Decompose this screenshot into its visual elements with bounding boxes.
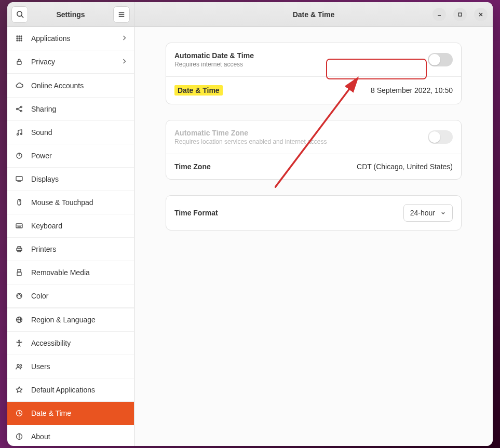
toggle-knob	[429, 54, 440, 65]
sidebar-title: Settings	[28, 10, 113, 19]
time-format-value: 24-hour	[410, 209, 435, 217]
date-time-label: Date & Time	[174, 85, 223, 96]
svg-point-20	[17, 134, 19, 135]
maximize-icon	[457, 12, 463, 17]
cloud-icon	[15, 82, 24, 90]
auto-time-zone-sub: Requires location services enabled and i…	[174, 138, 327, 145]
sidebar-item-displays[interactable]: Displays	[7, 168, 134, 191]
sidebar-item-label: Sharing	[31, 105, 127, 113]
svg-marker-50	[16, 387, 22, 392]
sidebar-item-label: Date & Time	[31, 409, 127, 417]
window-controls	[433, 8, 488, 21]
maximize-button[interactable]	[453, 8, 467, 21]
svg-point-49	[20, 364, 21, 366]
auto-time-zone-row: Automatic Time Zone Requires location se…	[166, 120, 461, 154]
svg-rect-38	[18, 269, 21, 272]
auto-date-time-toggle[interactable]	[428, 53, 453, 66]
auto-date-time-label: Automatic Date & Time	[174, 51, 254, 60]
sidebar-item-default-applications[interactable]: Default Applications	[7, 378, 134, 402]
mouse-icon	[15, 198, 24, 207]
auto-time-zone-label: Automatic Time Zone	[174, 129, 327, 137]
sidebar-header: Settings	[7, 2, 134, 27]
date-time-row[interactable]: Date & Time 8 September 2022, 10:50	[166, 76, 461, 104]
svg-point-8	[17, 38, 18, 39]
auto-date-time-row: Automatic Date & Time Requires internet …	[166, 43, 461, 76]
svg-point-0	[17, 11, 21, 16]
toggle-knob	[429, 131, 440, 143]
chevron-down-icon	[440, 210, 446, 216]
sidebar-item-privacy[interactable]: Privacy	[7, 50, 134, 74]
lock-icon	[15, 58, 24, 66]
search-button[interactable]	[11, 6, 28, 23]
svg-rect-58	[458, 13, 462, 16]
sidebar-item-sound[interactable]: Sound	[7, 121, 134, 144]
svg-line-1	[21, 16, 23, 18]
sidebar-item-label: Color	[31, 292, 127, 300]
sidebar-item-sharing[interactable]: Sharing	[7, 98, 134, 121]
svg-point-11	[17, 40, 18, 41]
sidebar-item-power[interactable]: Power	[7, 144, 134, 168]
sidebar-item-removable-media[interactable]: Removable Media	[7, 261, 134, 284]
sidebar-item-about[interactable]: About	[7, 425, 134, 446]
globe-icon	[15, 316, 24, 324]
svg-point-13	[21, 40, 22, 41]
time-zone-card: Automatic Time Zone Requires location se…	[166, 120, 462, 180]
svg-point-10	[21, 38, 22, 39]
sidebar-item-online-accounts[interactable]: Online Accounts	[7, 74, 134, 98]
sidebar-item-label: Printers	[31, 245, 127, 253]
keyboard-icon	[15, 222, 24, 230]
sidebar-item-color[interactable]: Color	[7, 284, 134, 308]
info-icon	[15, 432, 24, 441]
svg-line-53	[19, 413, 21, 414]
menu-button[interactable]	[113, 6, 130, 23]
sidebar-item-label: Power	[31, 152, 127, 160]
svg-point-56	[19, 435, 20, 436]
auto-date-time-sub: Requires internet access	[174, 61, 254, 68]
time-zone-value: CDT (Chicago, United States)	[357, 162, 453, 171]
svg-rect-36	[18, 247, 21, 248]
chevron-right-icon	[122, 34, 127, 43]
time-zone-label: Time Zone	[174, 162, 211, 171]
sidebar-item-label: Privacy	[31, 58, 122, 66]
svg-rect-39	[17, 272, 21, 276]
sidebar-item-label: Online Accounts	[31, 82, 127, 90]
star-icon	[15, 386, 24, 394]
sidebar-item-region-language[interactable]: Region & Language	[7, 308, 134, 332]
share-icon	[15, 105, 24, 113]
svg-line-18	[18, 107, 20, 109]
time-zone-row[interactable]: Time Zone CDT (Chicago, United States)	[166, 154, 461, 179]
clock-icon	[15, 409, 24, 417]
sidebar-item-mouse-touchpad[interactable]: Mouse & Touchpad	[7, 191, 134, 214]
sidebar-item-label: Users	[31, 362, 127, 371]
svg-line-19	[18, 110, 20, 111]
sidebar-item-label: Region & Language	[31, 316, 127, 324]
usb-icon	[15, 268, 24, 277]
sidebar-item-label: Removable Media	[31, 268, 127, 277]
power-icon	[15, 152, 24, 160]
time-format-select[interactable]: 24-hour	[403, 204, 453, 222]
svg-point-43	[17, 295, 18, 296]
hamburger-icon	[118, 11, 125, 18]
close-icon	[478, 12, 483, 17]
sidebar-item-label: Sound	[31, 128, 127, 137]
svg-point-48	[17, 364, 19, 366]
settings-window: Settings ApplicationsPrivacyOnline Accou…	[7, 2, 493, 446]
display-icon	[15, 175, 24, 183]
close-button[interactable]	[474, 8, 488, 21]
sidebar-item-label: About	[31, 432, 127, 441]
minimize-button[interactable]	[433, 8, 446, 21]
sidebar-item-label: Mouse & Touchpad	[31, 198, 127, 207]
svg-point-47	[19, 340, 20, 342]
sidebar-item-users[interactable]: Users	[7, 355, 134, 378]
date-time-value: 8 September 2022, 10:50	[371, 86, 453, 94]
sidebar-item-date-time[interactable]: Date & Time	[7, 402, 134, 425]
sidebar-item-keyboard[interactable]: Keyboard	[7, 214, 134, 238]
svg-rect-28	[16, 224, 22, 228]
sidebar-item-accessibility[interactable]: Accessibility	[7, 332, 134, 355]
users-icon	[15, 362, 24, 371]
sidebar-item-printers[interactable]: Printers	[7, 238, 134, 261]
svg-point-21	[21, 133, 22, 135]
page-title: Date & Time	[293, 10, 335, 19]
sidebar-item-applications[interactable]: Applications	[7, 27, 134, 50]
svg-point-12	[19, 40, 20, 41]
